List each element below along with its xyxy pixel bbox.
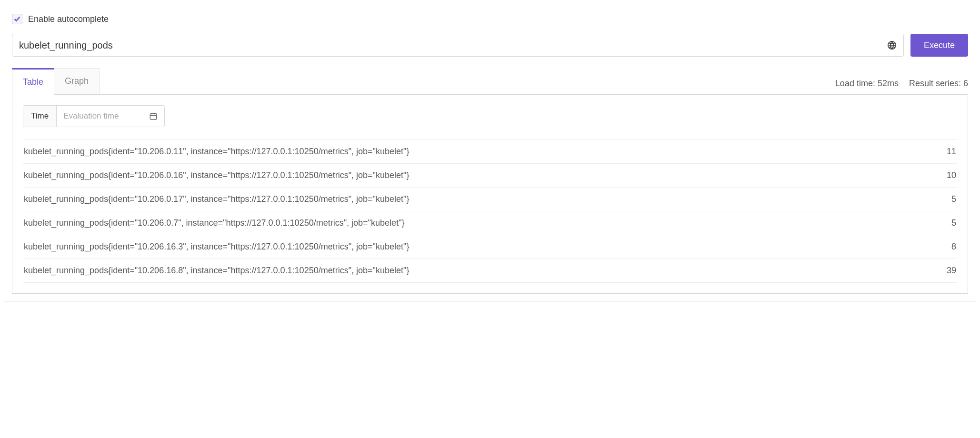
- series-value: 39: [937, 266, 956, 276]
- table-row[interactable]: kubelet_running_pods{ident="10.206.0.17"…: [23, 188, 957, 211]
- series-label: kubelet_running_pods{ident="10.206.0.7",…: [24, 218, 404, 228]
- globe-icon[interactable]: [887, 40, 897, 50]
- series-value: 5: [942, 194, 956, 204]
- stats: Load time: 52ms Result series: 6: [835, 79, 968, 94]
- table-row[interactable]: kubelet_running_pods{ident="10.206.16.3"…: [23, 235, 957, 259]
- series-value: 11: [937, 147, 956, 157]
- query-input[interactable]: [19, 40, 882, 51]
- evaluation-time-input[interactable]: [63, 111, 149, 121]
- load-time: Load time: 52ms: [835, 79, 899, 89]
- query-input-wrapper: [12, 34, 904, 57]
- autocomplete-toggle-row: Enable autocomplete: [12, 12, 968, 26]
- tabs-row: Table Graph Load time: 52ms Result serie…: [12, 68, 968, 95]
- tab-table[interactable]: Table: [12, 68, 54, 95]
- table-row[interactable]: kubelet_running_pods{ident="10.206.0.7",…: [23, 211, 957, 235]
- table-row[interactable]: kubelet_running_pods{ident="10.206.16.8"…: [23, 259, 957, 283]
- series-value: 8: [942, 242, 956, 252]
- tabs: Table Graph: [12, 68, 100, 94]
- series-label: kubelet_running_pods{ident="10.206.0.11"…: [24, 147, 409, 157]
- autocomplete-label: Enable autocomplete: [28, 14, 109, 24]
- check-icon: [14, 16, 20, 22]
- time-label: Time: [23, 106, 57, 127]
- table-row[interactable]: kubelet_running_pods{ident="10.206.0.11"…: [23, 139, 957, 164]
- autocomplete-checkbox[interactable]: [12, 14, 22, 24]
- series-label: kubelet_running_pods{ident="10.206.0.17"…: [24, 194, 409, 204]
- svg-rect-2: [150, 114, 157, 119]
- time-control: Time: [23, 105, 165, 127]
- results-panel: Time kubelet_running_pods{ident="10.206.…: [12, 95, 968, 294]
- calendar-icon[interactable]: [149, 112, 158, 120]
- tab-graph[interactable]: Graph: [54, 68, 100, 94]
- series-label: kubelet_running_pods{ident="10.206.16.8"…: [24, 266, 409, 276]
- table-row[interactable]: kubelet_running_pods{ident="10.206.0.16"…: [23, 164, 957, 188]
- results-table: kubelet_running_pods{ident="10.206.0.11"…: [23, 139, 957, 283]
- query-panel: Enable autocomplete Execute Table Graph …: [4, 4, 976, 302]
- execute-button[interactable]: Execute: [910, 34, 968, 57]
- series-label: kubelet_running_pods{ident="10.206.16.3"…: [24, 242, 409, 252]
- series-value: 10: [937, 170, 956, 180]
- series-label: kubelet_running_pods{ident="10.206.0.16"…: [24, 170, 409, 180]
- result-series: Result series: 6: [909, 79, 968, 89]
- time-input-wrapper: [57, 106, 164, 127]
- query-row: Execute: [12, 34, 968, 57]
- series-value: 5: [942, 218, 956, 228]
